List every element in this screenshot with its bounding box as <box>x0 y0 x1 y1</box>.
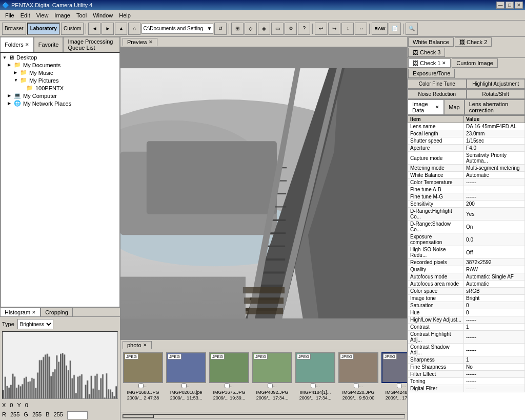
tab-image-data-close[interactable]: ✕ <box>435 105 439 110</box>
minimize-button[interactable]: — <box>496 2 504 9</box>
path-combo[interactable]: C:\Documents and Setting ▼ <box>142 24 213 34</box>
toolbar-icon-6[interactable]: ↩ <box>315 23 327 35</box>
thumb-filename: IMGP02018.jpe <box>170 390 203 395</box>
list-item[interactable]: JPEG ...IMGP4092.JPG2009/... 17:34... <box>252 352 293 410</box>
thumb-checkbox[interactable] <box>138 383 144 388</box>
back-button[interactable]: ◄ <box>88 23 100 35</box>
highlight-adjustment-button[interactable]: Highlight Adjustment <box>467 79 526 89</box>
tab-custom-image[interactable]: Custom Image <box>452 58 498 68</box>
list-item[interactable]: JPEG ...IMGP4248.JPG2009/... 17:35... <box>381 352 407 410</box>
tab-folders[interactable]: Folders ✕ <box>0 37 34 52</box>
cell-value: 0.0 <box>464 233 525 246</box>
toolbar-icon-8[interactable]: ↕ <box>341 23 354 35</box>
tab-image-data[interactable]: Image Data ✕ <box>408 99 444 115</box>
tab-queue[interactable]: Image Processing Queue List <box>63 37 120 52</box>
forward-button[interactable]: ► <box>102 23 114 35</box>
y-label: Y <box>17 402 21 408</box>
laboratory-button[interactable]: Laboratory <box>27 23 60 35</box>
tree-item[interactable]: 📁100PENTX <box>2 84 118 92</box>
tab-photo[interactable]: photo ✕ <box>123 341 152 349</box>
tab-histogram-close[interactable]: ✕ <box>32 310 36 315</box>
table-row: Focal length23.0mm <box>408 130 525 137</box>
color-fine-tune-button[interactable]: Color Fine Tune <box>408 79 467 89</box>
menu-help[interactable]: Help <box>116 11 134 19</box>
custom-button[interactable]: Custom <box>61 23 84 35</box>
menu-tool[interactable]: Tool <box>73 11 90 19</box>
tree-item[interactable]: ▶🌐My Network Places <box>2 99 118 107</box>
tree-item[interactable]: ▼📁My Pictures <box>2 76 118 84</box>
scroll-track[interactable] <box>123 414 405 418</box>
tab-check1[interactable]: 🖼 Check 1 ✕ <box>408 58 451 68</box>
cell-item: Color space <box>408 288 464 295</box>
tree-item[interactable]: ▶💻My Computer <box>2 92 118 99</box>
tab-preview[interactable]: Preview ✕ <box>123 38 157 46</box>
toolbar-help-button[interactable]: ? <box>298 23 310 35</box>
tab-check3[interactable]: 🖼 Check 3 <box>408 48 445 57</box>
list-item[interactable]: JPEG ...IMGP4184[1]...2009/... 17:34... <box>295 352 336 410</box>
tab-map-label: Map <box>449 104 459 110</box>
menu-edit[interactable]: Edit <box>17 11 33 19</box>
cell-item: Fine Sharpness <box>408 364 464 371</box>
tree-item[interactable]: ▼🖥Desktop <box>2 54 118 61</box>
toolbar-icon-7[interactable]: ↪ <box>328 23 340 35</box>
menu-file[interactable]: File <box>2 11 17 19</box>
toolbar-icon-1[interactable]: ⊞ <box>231 23 244 35</box>
center-panel: Preview ✕ <box>120 37 407 420</box>
list-item[interactable]: JPEG ...IMGP3675.JPG2009/... 19:39... <box>209 352 250 410</box>
thumb-checkbox[interactable] <box>397 383 402 388</box>
tab-exposure-tone[interactable]: Exposure/Tone <box>408 69 455 78</box>
browser-button[interactable]: Browser <box>2 23 26 35</box>
tree-item[interactable]: ▶📁My Music <box>2 69 118 76</box>
thumb-checkbox[interactable] <box>354 383 359 388</box>
home-button[interactable]: ⌂ <box>128 23 140 35</box>
tab-cropping[interactable]: Cropping <box>41 308 73 316</box>
noise-reduction-button[interactable]: Noise Reduction <box>408 89 467 99</box>
refresh-button[interactable]: ↺ <box>214 23 227 35</box>
toolbar-icon-2[interactable]: ◇ <box>245 23 257 35</box>
tab-preview-close[interactable]: ✕ <box>149 39 153 45</box>
tab-white-balance[interactable]: White Balance <box>408 37 454 47</box>
path-dropdown-icon[interactable]: ▼ <box>207 26 212 31</box>
thumbnail-scrollbar[interactable] <box>120 412 407 420</box>
thumb-checkbox[interactable] <box>311 383 316 388</box>
title-bar-controls[interactable]: — □ ✕ <box>496 2 523 9</box>
histogram-type-select[interactable]: Brightness Red Green Blue <box>17 319 53 329</box>
tab-folders-close[interactable]: ✕ <box>25 42 29 47</box>
thumb-checkbox[interactable] <box>225 383 230 388</box>
tree-item[interactable]: ▶📁My Documents <box>2 61 118 69</box>
maximize-button[interactable]: □ <box>506 2 514 9</box>
histogram-type-label: Type <box>2 321 14 327</box>
cell-item: Fine tune A-B <box>408 186 464 193</box>
scroll-thumb[interactable] <box>123 415 154 418</box>
toolbar-icon-10[interactable]: 📄 <box>389 23 401 35</box>
toolbar: Browser Laboratory Custom ◄ ► ▲ ⌂ C:\Doc… <box>0 21 525 37</box>
menu-image[interactable]: Image <box>51 11 73 19</box>
tree-arrow: ▶ <box>14 70 19 75</box>
raw-button[interactable]: RAW <box>372 23 388 35</box>
list-item[interactable]: JPEG ...IMGP1688.JPG2009/... 2:47:38 <box>123 352 164 410</box>
close-button[interactable]: ✕ <box>515 2 523 9</box>
toolbar-icon-9[interactable]: ↔ <box>355 23 367 35</box>
toolbar-icon-5[interactable]: ⚙ <box>285 23 297 35</box>
tab-photo-close[interactable]: ✕ <box>143 343 147 348</box>
zoom-in-button[interactable]: 🔍 <box>406 23 418 35</box>
tab-check1-close[interactable]: ✕ <box>442 61 446 66</box>
tab-favorite[interactable]: Favorite <box>34 37 64 52</box>
cell-value: 0 <box>464 302 525 309</box>
tab-histogram[interactable]: Histogram ✕ <box>0 308 41 316</box>
rotate-shift-button[interactable]: Rotate/Shift <box>467 89 526 99</box>
tab-check2[interactable]: 🖼 Check 2 <box>455 37 492 47</box>
toolbar-icon-3[interactable]: ◈ <box>258 23 270 35</box>
cell-value: Automatic <box>464 281 525 288</box>
tab-lens-aberration[interactable]: Lens aberration correction <box>465 99 525 115</box>
menu-window[interactable]: Window <box>90 11 116 19</box>
thumb-checkbox[interactable] <box>268 383 273 388</box>
folder-icon: 📁 <box>14 62 21 68</box>
menu-view[interactable]: View <box>33 11 52 19</box>
tab-map[interactable]: Map <box>444 99 464 115</box>
up-button[interactable]: ▲ <box>115 23 127 35</box>
list-item[interactable]: JPEG ...IMGP02018.jpe2009/... 11:53... <box>166 352 207 410</box>
toolbar-icon-4[interactable]: ▭ <box>271 23 284 35</box>
thumb-checkbox[interactable] <box>181 383 187 388</box>
list-item[interactable]: JPEG ...IMGP4220.JPG2009/... 9:50:00 <box>338 352 379 410</box>
